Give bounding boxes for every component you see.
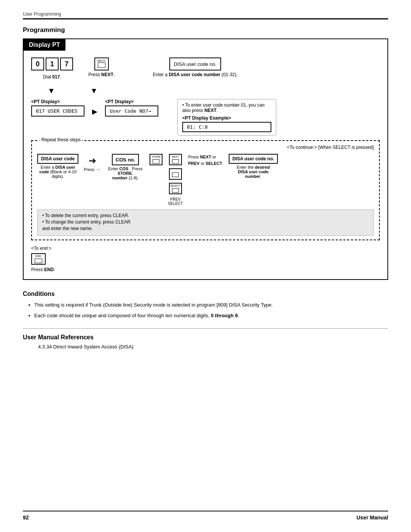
- pt-example-label: <PT Display Example>: [182, 115, 271, 121]
- umr-item: 4.3.34 Direct Inward System Access (DISA…: [23, 344, 388, 350]
- end-to-end-label: <To end:>: [31, 246, 51, 251]
- store-key-inner: [153, 159, 159, 164]
- inner-store-key: STORE: [150, 154, 162, 165]
- next-key-inner-nav: [172, 159, 179, 164]
- pt-display-1: <PT Display> 017 USER CODES: [31, 99, 84, 117]
- inner-disa-no-box: DISA user code no.: [229, 154, 278, 164]
- end-key-top: END: [36, 255, 41, 257]
- inner-arrow-col: ➔ Press →.: [84, 154, 101, 172]
- conditions-title: Conditions: [23, 291, 388, 297]
- footer-title: User Manual: [357, 514, 388, 521]
- notes-line2: • To change the current entry, press CLE…: [42, 219, 369, 225]
- arrows-row: ▼ ▼: [31, 86, 380, 95]
- diagram-content: 0 1 7 Dial 017. NEXT Press NEXT.: [24, 51, 387, 279]
- inner-prev-key: [169, 168, 182, 180]
- pt-middle-arrow: ▶: [92, 107, 97, 116]
- notes-line1: • To delete the current entry, press CLE…: [42, 213, 369, 218]
- select-key-inner: [172, 188, 179, 193]
- pt-section: <PT Display> 017 USER CODES ▶ <PT Displa…: [31, 99, 380, 136]
- inner-next-key: NEXT: [169, 154, 182, 165]
- end-key-inner: [35, 259, 42, 263]
- inner-cos: COS no. Enter COS Press STORE. number (1…: [106, 154, 144, 180]
- repeat-section: · Repeat these steps <To continue:> [Whe…: [31, 140, 380, 240]
- conditions-section: Conditions This setting is required if T…: [23, 291, 388, 319]
- inner-cos-caption: Enter COS Press STORE. number (1-8).: [106, 166, 144, 180]
- pt-display-2: <PT Display> User Code NO?→: [105, 99, 158, 117]
- inner-store: STORE: [150, 154, 162, 166]
- next-key-inner: [98, 62, 105, 68]
- page: User Programming Programming Display PT …: [0, 0, 411, 532]
- pt2-screen: User Code NO?→: [105, 105, 158, 117]
- footer: 92 User Manual: [23, 511, 388, 521]
- footer-page: 92: [23, 514, 29, 521]
- arrow2: ▼: [87, 86, 101, 95]
- pt1-label: <PT Display>: [31, 99, 84, 104]
- diagram-box: Display PT 0 1 7 Dial 017.: [23, 38, 388, 280]
- conditions-list: This setting is required if Trunk (Outsi…: [23, 301, 388, 319]
- inner-cos-box: COS no.: [112, 154, 139, 165]
- diagram-header: Display PT: [24, 39, 65, 51]
- nav-caption: PREVSELECT: [168, 197, 183, 206]
- pt-note-text: • To enter user code number 01, you can …: [182, 102, 264, 113]
- repeat-label: · Repeat these steps: [37, 137, 82, 142]
- inner-arrow-caption: Press →.: [84, 167, 101, 172]
- dial-caption: Dial 017.: [43, 74, 61, 80]
- condition-item-2: Each code should be unique and composed …: [34, 312, 388, 320]
- top-rule: [23, 18, 388, 19]
- step-disa: DISA user code no. Enter a DISA user cod…: [153, 58, 237, 77]
- section-title: Programming: [23, 26, 388, 34]
- notes-line3: and enter the new name.: [42, 226, 369, 231]
- inner-nav: NEXT SELECT PREVSELECT: [168, 154, 183, 206]
- inner-step-row: DISA user code Enter a DISA usercode (Bl…: [37, 154, 374, 206]
- inner-disa-no-caption: Enter the desiredDISA user code number.: [234, 165, 272, 179]
- sep-line: [23, 328, 388, 329]
- umr-section: User Manual References 4.3.34 Direct Inw…: [23, 334, 388, 350]
- end-section: <To end:> END Press END.: [31, 246, 380, 272]
- next-caption: Press NEXT.: [88, 72, 115, 77]
- umr-title: User Manual References: [23, 334, 388, 341]
- inner-disa-user: DISA user code Enter a DISA usercode (Bl…: [37, 154, 78, 179]
- pt-note-box: • To enter user code number 01, you can …: [177, 99, 276, 136]
- prev-key-inner: [172, 173, 179, 177]
- step-dial: 0 1 7 Dial 017.: [31, 58, 73, 80]
- continue-label: <To continue:> [When SELECT is pressed]: [37, 145, 374, 150]
- next-key-top: NEXT: [172, 155, 179, 158]
- dial-box: 0 1 7: [31, 58, 73, 70]
- inner-disa-no: DISA user code no. Enter the desiredDISA…: [229, 154, 278, 179]
- disa-user-code-box: DISA user code no.: [169, 58, 221, 70]
- inner-disa-caption: Enter a DISA usercode (Blank or 4-10digi…: [39, 165, 76, 179]
- arrow1: ▼: [31, 86, 72, 95]
- inner-nav-caption-col: Press NEXT orPREV or SELECT.: [188, 154, 223, 166]
- pt-right-block: • To enter user code number 01, you can …: [177, 99, 276, 136]
- inner-select-key: SELECT: [169, 183, 182, 194]
- end-caption: Press END.: [31, 267, 55, 272]
- store-key-top: STORE: [151, 155, 161, 158]
- inner-arrow-right: ➔: [89, 155, 96, 166]
- pt2-label: <PT Display>: [105, 99, 158, 104]
- inner-nav-full-caption: Press NEXT orPREV or SELECT.: [188, 154, 223, 166]
- dial-digit-1: 1: [46, 58, 59, 70]
- step-next: NEXT Press NEXT.: [88, 58, 115, 77]
- pt-example-screen: 01: C:8: [182, 122, 271, 132]
- top-label: User Programming: [23, 11, 388, 17]
- dial-digit-0: 0: [31, 58, 44, 70]
- select-key-top: SELECT: [170, 184, 180, 187]
- step-row-top: 0 1 7 Dial 017. NEXT Press NEXT.: [31, 58, 380, 80]
- next-key-top-label: NEXT: [97, 59, 105, 62]
- pt1-screen: 017 USER CODES: [31, 105, 84, 117]
- notes-box: • To delete the current entry, press CLE…: [37, 209, 374, 236]
- end-key: END: [31, 253, 46, 265]
- condition-item-1: This setting is required if Trunk (Outsi…: [34, 301, 388, 309]
- dial-digit-7: 7: [60, 58, 73, 70]
- disa-caption: Enter a DISA user code number (01-32).: [153, 72, 237, 77]
- inner-disa-user-box: DISA user code: [37, 154, 78, 164]
- next-key: NEXT: [94, 58, 109, 70]
